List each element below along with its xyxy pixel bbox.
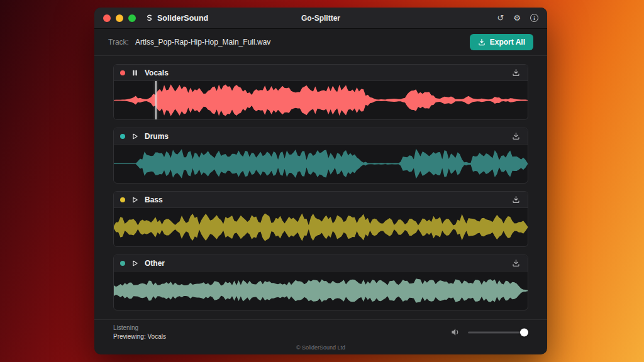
track-bar: Track: Artlss_Pop-Rap-Hip-Hop_Main_Full.… [94, 29, 547, 56]
waveform-svg [114, 81, 528, 119]
waveform-svg [114, 145, 528, 183]
status-listening: Listening [113, 324, 166, 332]
export-all-label: Export All [490, 38, 525, 47]
waveform-svg [114, 272, 528, 310]
export-all-button[interactable]: Export All [470, 34, 533, 50]
stem-panel: Vocals [113, 64, 528, 120]
play-pause-button[interactable] [131, 132, 139, 140]
stems-list: Vocals Drums Bass [94, 56, 547, 319]
track-label: Track: [108, 38, 129, 47]
playback-status: Listening Previewing: Vocals [113, 324, 166, 341]
stem-name: Drums [145, 132, 169, 141]
waveform[interactable] [114, 81, 528, 119]
download-stem-button[interactable] [511, 131, 521, 141]
stem-color-dot [120, 70, 125, 75]
desktop-background: SoliderSound Go-Splitter ↺ ⚙ i Track: Ar… [0, 0, 644, 362]
play-pause-button[interactable] [131, 195, 139, 204]
stem-panel-header: Bass [114, 192, 528, 208]
title-bar: SoliderSound Go-Splitter ↺ ⚙ i [94, 8, 547, 29]
info-icon[interactable]: i [530, 14, 538, 22]
stem-panel-header: Other [114, 255, 528, 272]
copyright-text: © SoliderSound Ltd [94, 344, 547, 354]
download-icon [478, 38, 486, 46]
waveform[interactable] [114, 208, 528, 246]
minimize-window-button[interactable] [116, 14, 123, 22]
settings-gear-icon[interactable]: ⚙ [513, 14, 521, 22]
stem-panel: Bass [113, 191, 528, 247]
volume-slider[interactable] [468, 328, 528, 337]
app-logo-icon [145, 14, 153, 23]
volume-slider-knob[interactable] [520, 328, 528, 336]
play-pause-button[interactable] [131, 69, 139, 77]
play-pause-button[interactable] [131, 259, 139, 267]
download-stem-button[interactable] [511, 194, 521, 205]
waveform-svg [114, 208, 528, 246]
close-window-button[interactable] [103, 14, 111, 22]
track-filename: Artlss_Pop-Rap-Hip-Hop_Main_Full.wav [135, 38, 270, 47]
footer-bar: Listening Previewing: Vocals [94, 319, 547, 344]
app-name: SoliderSound [157, 14, 208, 23]
app-brand: SoliderSound [145, 14, 208, 23]
speaker-icon [451, 328, 461, 336]
waveform[interactable] [114, 145, 528, 183]
status-previewing: Previewing: Vocals [113, 332, 166, 341]
download-stem-button[interactable] [511, 67, 521, 78]
reset-icon[interactable]: ↺ [497, 14, 504, 22]
traffic-lights [103, 14, 136, 22]
volume-slider-track [468, 331, 528, 333]
stem-name: Other [145, 259, 165, 268]
stem-panel: Other [113, 255, 528, 310]
waveform[interactable] [114, 272, 528, 310]
download-stem-button[interactable] [511, 258, 521, 268]
stem-color-dot [120, 261, 125, 266]
zoom-window-button[interactable] [128, 14, 136, 22]
playhead[interactable] [155, 81, 157, 119]
stem-color-dot [120, 197, 125, 202]
stem-panel-header: Drums [114, 128, 528, 145]
app-window: SoliderSound Go-Splitter ↺ ⚙ i Track: Ar… [94, 8, 547, 354]
volume-control [451, 328, 528, 337]
stem-color-dot [120, 134, 125, 139]
stem-panel: Drums [113, 128, 528, 184]
stem-name: Bass [145, 195, 163, 204]
stem-panel-header: Vocals [114, 65, 528, 81]
stem-name: Vocals [145, 69, 169, 77]
titlebar-actions: ↺ ⚙ i [497, 14, 538, 22]
